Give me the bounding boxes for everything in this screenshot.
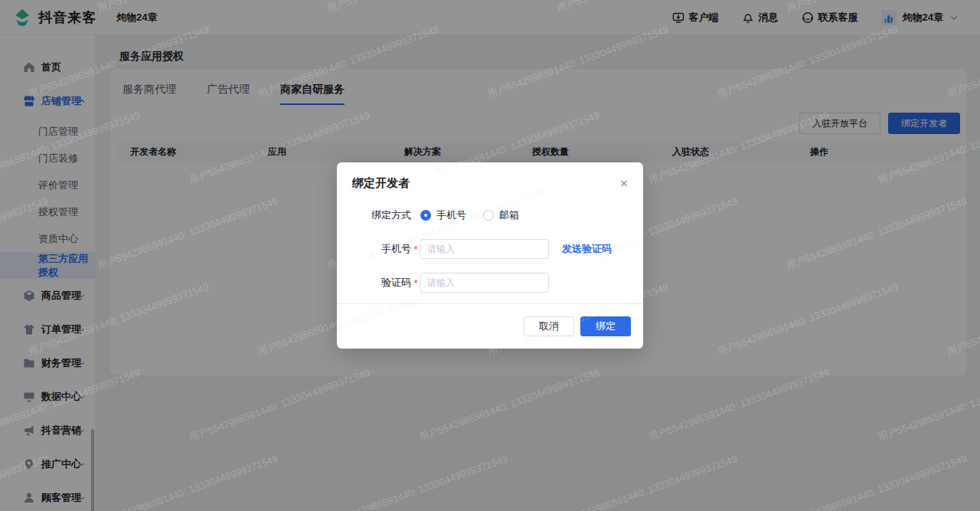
required-mark: * bbox=[411, 244, 420, 255]
confirm-bind-button[interactable]: 绑定 bbox=[580, 316, 631, 336]
radio-email[interactable]: 邮箱 bbox=[483, 208, 519, 222]
bind-method-label: 绑定方式 bbox=[352, 208, 411, 222]
modal-title: 绑定开发者 bbox=[352, 176, 410, 191]
bind-method-row: 绑定方式 手机号 邮箱 bbox=[337, 205, 643, 226]
bind-developer-modal: 用户5542986591440: 13330449999371549用户5542… bbox=[337, 162, 643, 349]
phone-row: 手机号 * 发送验证码 bbox=[337, 238, 643, 260]
radio-phone-label: 手机号 bbox=[436, 208, 466, 222]
code-row: 验证码 * bbox=[337, 272, 643, 293]
radio-dot-icon bbox=[483, 210, 494, 221]
send-verification-code-link[interactable]: 发送验证码 bbox=[562, 242, 612, 256]
phone-input[interactable] bbox=[420, 239, 549, 259]
required-mark: * bbox=[411, 277, 420, 289]
code-label: 验证码 bbox=[352, 276, 411, 290]
close-icon[interactable]: × bbox=[620, 177, 628, 190]
modal-footer: 取消 绑定 bbox=[337, 303, 643, 349]
cancel-button[interactable]: 取消 bbox=[524, 316, 574, 336]
radio-email-label: 邮箱 bbox=[499, 208, 519, 222]
radio-phone[interactable]: 手机号 bbox=[420, 208, 466, 222]
verification-code-input[interactable] bbox=[420, 273, 549, 293]
radio-dot-icon bbox=[420, 210, 431, 221]
phone-label: 手机号 bbox=[352, 242, 411, 256]
